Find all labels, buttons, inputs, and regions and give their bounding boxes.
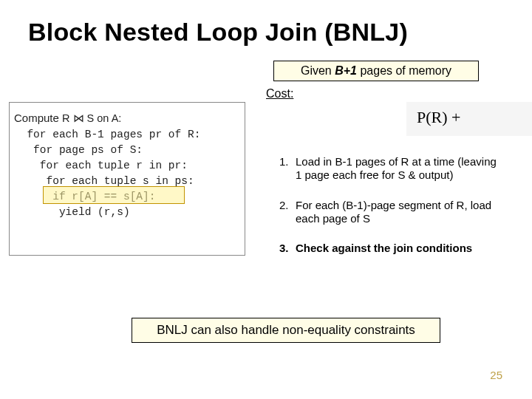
footer-callout: BNLJ can also handle non-equality constr… xyxy=(132,318,440,343)
code-line-3: for each tuple r in pr: xyxy=(14,160,188,171)
page-number: 25 xyxy=(490,369,502,381)
code-line-4: for each tuple s in ps: xyxy=(14,175,194,187)
pseudocode: Compute R ⋈ S on A: for each B-1 pages p… xyxy=(10,103,245,228)
code-line-6: yield (r,s) xyxy=(14,206,130,218)
code-line-0b: R ⋈ S on A: xyxy=(62,112,121,124)
steps-list: 1. Load in B-1 pages of R at a time (lea… xyxy=(279,155,497,271)
step-2: 2. For each (B-1)-page segment of R, loa… xyxy=(279,199,497,226)
cost-formula-text: P(R) + xyxy=(417,108,460,127)
code-line-2: for page ps of S: xyxy=(14,144,143,156)
step-1-num: 1. xyxy=(279,155,296,183)
code-line-1: for each B-1 pages pr of R: xyxy=(14,129,200,140)
step-3-text: Check against the join conditions xyxy=(296,242,497,255)
step-1: 1. Load in B-1 pages of R at a time (lea… xyxy=(279,155,497,183)
cost-formula-fragment: P(R) + xyxy=(406,102,532,136)
step-3: 3. Check against the join conditions xyxy=(279,242,497,255)
given-b-plus-1: B+1 xyxy=(335,64,357,77)
slide-title: Block Nested Loop Join (BNLJ) xyxy=(28,18,408,47)
code-line-0a: Compute xyxy=(14,112,62,124)
step-1-text: Load in B-1 pages of R at a time (leavin… xyxy=(296,155,497,183)
slide: Block Nested Loop Join (BNLJ) Given B+1 … xyxy=(0,0,532,399)
pseudocode-box: Compute R ⋈ S on A: for each B-1 pages p… xyxy=(9,102,245,256)
step-3-num: 3. xyxy=(279,242,296,255)
step-2-num: 2. xyxy=(279,199,296,226)
cost-label: Cost: xyxy=(266,87,293,100)
given-suffix: pages of memory xyxy=(357,64,451,77)
given-prefix: Given xyxy=(301,64,335,77)
step-2-text: For each (B-1)-page segment of R, load e… xyxy=(296,199,497,226)
code-highlight-join-condition xyxy=(43,186,185,204)
memory-given-callout: Given B+1 pages of memory xyxy=(273,61,479,81)
